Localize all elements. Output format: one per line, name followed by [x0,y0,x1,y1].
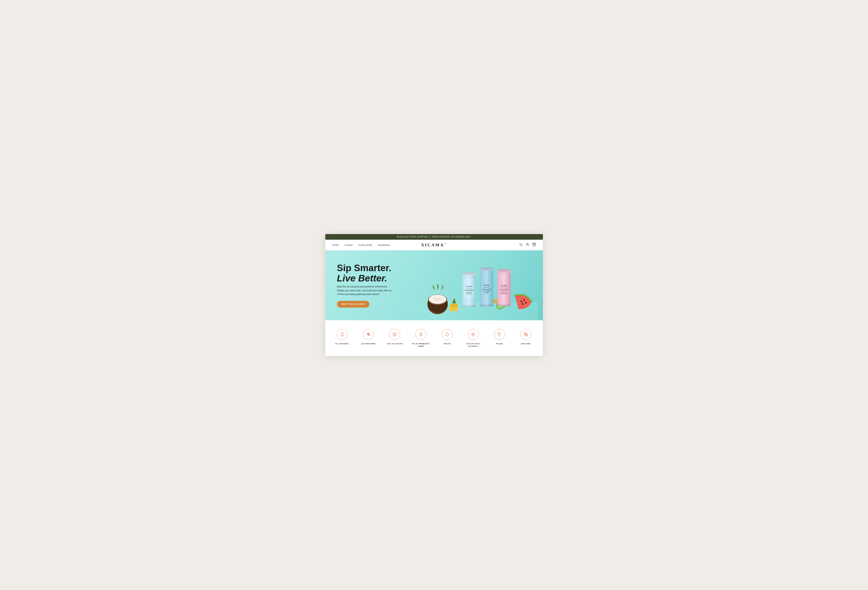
svg-text:XICAMA: XICAMA [466,286,472,287]
benefit-gluten-free: GLUTEN-FREE [356,329,382,345]
svg-rect-18 [463,272,475,274]
gluten-free-icon [363,329,374,340]
svg-text:SPICY: SPICY [502,291,506,292]
pineapple-decoration [450,298,458,311]
benefit-paleo: PALEO [487,329,513,345]
vegan-label: VEGAN [444,343,451,345]
vitamin-c-icon [468,329,479,340]
cart-icon[interactable] [532,243,536,247]
coconut-decoration [428,283,448,314]
main-nav: SHOP LEARN SUBSCRIBE REWARDS XICAMA™ [325,240,543,250]
nav-item-subscribe[interactable]: SUBSCRIBE [358,243,372,247]
nav-actions [519,243,536,247]
benefit-non-gmo: NON GMO [513,329,539,345]
svg-text:SPARKLING: SPARKLING [466,288,472,290]
fiber-label: 6G OF PREBIOTICFIBER [412,343,430,347]
benefit-vitamin-c: 44% OF DAILYVITAMIN C [460,329,487,347]
svg-line-1 [521,245,522,246]
non-gmo-label: NON GMO [521,343,531,345]
svg-rect-34 [480,305,493,306]
paleo-label: PALEO [496,343,503,345]
product-illustration: XICAMA SPARKLING JICAMA WATER COCONUT PI… [408,250,543,320]
nav-item-shop[interactable]: SHOP [332,243,339,247]
announcement-bar: $4.99 FLAT RATE SHIPPING 🌿 FREE SHIPPING… [325,234,543,240]
vitamin-c-label: 44% OF DAILYVITAMIN C [466,343,481,347]
svg-text:JICAMA WATER: JICAMA WATER [500,289,508,290]
vegan-icon [442,329,453,340]
shop-flavors-button[interactable]: SHOP THE FLAVORS [337,301,370,308]
svg-text:JICAMA WATER: JICAMA WATER [483,289,491,290]
can-cucumber-ginger: XICAMA SPARKLING JICAMA WATER CUCUMBER G… [480,268,493,306]
nav-link-learn[interactable]: LEARN [345,244,353,246]
sugar-label: 4-5G OF SUGAR [387,343,403,345]
site-logo[interactable]: XICAMA™ [421,243,447,247]
svg-text:COCONUT: COCONUT [466,292,472,293]
svg-text:WATERMELON: WATERMELON [500,293,508,294]
benefits-bar: ALL-NATURAL GLUTEN-FREE 4-5G OF SUGAR 6G… [325,320,543,356]
svg-rect-28 [480,268,493,269]
hero-section: Sip Smarter. Live Better. Meet the all-n… [325,250,543,320]
svg-text:GINGER: GINGER [484,292,489,293]
nav-links: SHOP LEARN SUBSCRIBE REWARDS [332,243,390,247]
sugar-icon [389,329,400,340]
can-spicy-watermelon: XICAMA SPARKLING JICAMA WATER SPICY WATE… [497,269,511,306]
hero-description: Meet the all-natural jicama-powered refr… [337,285,393,296]
gluten-free-label: GLUTEN-FREE [361,343,376,345]
all-natural-icon [337,329,348,340]
svg-rect-25 [462,305,476,307]
hero-title-line1: Sip Smarter. [337,263,391,273]
nav-item-learn[interactable]: LEARN [345,243,353,247]
nav-wrapper: SHOP LEARN SUBSCRIBE REWARDS XICAMA™ [332,243,536,247]
can-coconut-pineapple: XICAMA SPARKLING JICAMA WATER COCONUT PI… [462,272,476,307]
nav-link-rewards[interactable]: REWARDS [378,244,390,246]
all-natural-label: ALL-NATURAL [335,343,349,345]
search-icon[interactable] [519,243,523,247]
svg-rect-43 [497,272,511,306]
nav-link-subscribe[interactable]: SUBSCRIBE [358,244,372,246]
account-icon[interactable] [526,243,529,247]
hero-content: Sip Smarter. Live Better. Meet the all-n… [325,253,416,317]
svg-text:SPARKLING: SPARKLING [484,287,489,288]
announcement-text: $4.99 FLAT RATE SHIPPING 🌿 FREE SHIPPING… [397,236,471,238]
svg-rect-45 [498,269,510,271]
svg-text:XICAMA: XICAMA [484,284,489,286]
benefit-sugar: 4-5G OF SUGAR [382,329,408,345]
logo-tm: ™ [444,243,447,245]
hero-product-scene: XICAMA SPARKLING JICAMA WATER COCONUT PI… [408,250,543,320]
svg-marker-58 [393,332,397,336]
svg-rect-51 [497,304,511,306]
svg-text:CUCUMBER: CUCUMBER [483,291,490,292]
svg-text:PINEAPPLE: PINEAPPLE [466,293,472,294]
benefit-vegan: VEGAN [434,329,460,345]
browser-window: $4.99 FLAT RATE SHIPPING 🌿 FREE SHIPPING… [325,234,543,356]
paleo-icon [494,329,505,340]
svg-text:JICAMA WATER: JICAMA WATER [465,290,473,291]
logo-text: XICAMA [421,243,444,247]
svg-text:SPARKLING: SPARKLING [502,288,507,288]
svg-text:XICAMA: XICAMA [501,285,507,287]
hero-title: Sip Smarter. Live Better. [337,263,407,284]
nav-link-shop[interactable]: SHOP [332,244,339,246]
benefit-all-natural: ALL-NATURAL [329,329,356,345]
fiber-icon [415,329,426,340]
nav-item-rewards[interactable]: REWARDS [378,243,390,247]
hero-title-line2: Live Better. [337,273,387,283]
benefit-fiber: 6G OF PREBIOTICFIBER [408,329,434,347]
svg-rect-13 [450,304,458,308]
svg-point-2 [527,243,528,244]
non-gmo-icon [520,329,531,340]
